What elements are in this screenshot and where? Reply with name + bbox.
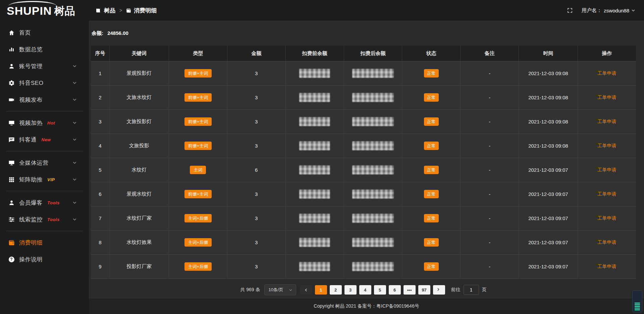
goto-page: 前往 页 (451, 285, 487, 295)
sidebar-item-label: 全媒体运营 (19, 159, 49, 167)
cell-balance-before (285, 134, 344, 158)
sidebar: SHUPIN 树品 首页数据总览账号管理抖音SEO视频发布视频加热Hot抖客通N… (0, 0, 89, 314)
cell-amount: 3 (227, 255, 285, 279)
status-badge: 正常 (424, 166, 439, 174)
brand-logo[interactable]: SHUPIN 树品 (0, 0, 89, 21)
cell-amount: 3 (227, 110, 285, 134)
sidebar-item-抖音SEO[interactable]: 抖音SEO (0, 74, 89, 91)
sidebar-item-操作说明[interactable]: ?操作说明 (0, 251, 89, 268)
sidebar-item-label: 操作说明 (19, 256, 43, 263)
video-camera-icon (8, 96, 15, 103)
user-menu[interactable]: 用户名： zswodun88 (582, 7, 635, 14)
column-header: 时间 (519, 46, 578, 61)
more-pages-button[interactable]: ••• (404, 285, 416, 295)
cell-keyword: 景观投影灯 (109, 61, 169, 86)
work-order-link[interactable]: 工单申请 (597, 264, 616, 269)
table-row: 8水纹灯效果主词+后缀3正常-2021-12-03 09:07工单申请 (91, 230, 636, 255)
censored-value (299, 93, 330, 102)
sidebar-item-抖客通[interactable]: 抖客通New (0, 131, 89, 148)
sidebar-item-矩阵助推[interactable]: 矩阵助推VIP (0, 171, 89, 188)
censored-value (352, 190, 394, 199)
user-icon (8, 63, 15, 69)
table-row: 7水纹灯厂家主词+后缀3正常-2021-12-03 09:07工单申请 (91, 206, 636, 230)
page-size-select[interactable]: 10条/页 (264, 284, 296, 295)
cell-action: 工单申请 (578, 110, 636, 134)
column-header: 序号 (91, 46, 109, 61)
page-button-4[interactable]: 4 (359, 285, 371, 295)
work-order-link[interactable]: 工单申请 (597, 215, 616, 221)
chevron-down-icon (72, 138, 77, 142)
sidebar-item-badge: Tools (47, 217, 60, 222)
cell-status: 正常 (402, 134, 461, 158)
work-order-link[interactable]: 工单申请 (597, 70, 616, 76)
page-button-97[interactable]: 97 (418, 285, 430, 295)
cell-balance-after (344, 134, 402, 158)
work-order-link[interactable]: 工单申请 (597, 167, 616, 172)
work-order-link[interactable]: 工单申请 (597, 240, 616, 245)
breadcrumb-item-home[interactable]: 树品 (96, 7, 115, 14)
column-header: 类型 (169, 46, 227, 61)
cell-time: 2021-12-03 09:08 (519, 86, 578, 110)
panel-icon (96, 8, 101, 13)
sidebar-divider (6, 151, 83, 151)
sidebar-item-数据总览[interactable]: 数据总览 (0, 41, 89, 58)
sidebar-item-全媒体运营[interactable]: 全媒体运营 (0, 154, 89, 171)
cell-amount: 6 (227, 158, 285, 182)
cell-time: 2021-12-03 09:08 (519, 61, 578, 86)
cell-keyword: 水纹灯效果 (109, 230, 169, 255)
work-order-link[interactable]: 工单申请 (597, 119, 616, 124)
work-order-link[interactable]: 工单申请 (597, 143, 616, 148)
sidebar-item-视频加热[interactable]: 视频加热Hot (0, 114, 89, 131)
cell-balance-after (344, 182, 402, 206)
sidebar-item-视频发布[interactable]: 视频发布 (0, 91, 89, 108)
cell-time: 2021-12-03 09:07 (519, 158, 578, 182)
type-badge: 主词+后缀 (184, 214, 212, 222)
cell-status: 正常 (402, 158, 461, 182)
chevron-down-icon (72, 177, 77, 182)
cell-time: 2021-12-03 09:07 (519, 182, 578, 206)
breadcrumb-item-current[interactable]: 消费明细 (126, 7, 157, 14)
page-button-6[interactable]: 6 (389, 285, 401, 295)
cell-remark: - (461, 158, 519, 182)
wallet-icon (126, 8, 131, 13)
column-header: 关键词 (109, 46, 169, 61)
censored-value (352, 214, 394, 223)
cell-type: 前缀+主词 (169, 110, 227, 134)
chevron-down-icon (72, 64, 77, 68)
cell-balance-after (344, 158, 402, 182)
column-header: 备注 (461, 46, 519, 61)
work-order-link[interactable]: 工单申请 (597, 191, 616, 197)
sidebar-item-账号管理[interactable]: 账号管理 (0, 58, 89, 74)
sidebar-item-会员爆客[interactable]: 会员爆客Tools (0, 194, 89, 211)
cell-time: 2021-12-03 09:07 (519, 230, 578, 255)
cell-status: 正常 (402, 206, 461, 230)
cell-status: 正常 (402, 110, 461, 134)
work-order-link[interactable]: 工单申请 (597, 95, 616, 100)
cell-balance-before (285, 158, 344, 182)
sidebar-item-label: 抖音SEO (19, 79, 43, 87)
breadcrumb-separator: > (119, 8, 122, 13)
cell-keyword: 投影灯厂家 (109, 255, 169, 279)
page-button-1[interactable]: 1 (315, 285, 327, 295)
sidebar-item-消费明细[interactable]: 消费明细 (0, 234, 89, 251)
fullscreen-icon[interactable] (567, 7, 573, 13)
column-header: 状态 (402, 46, 461, 61)
floating-widget[interactable] (632, 291, 642, 312)
page-button-5[interactable]: 5 (374, 285, 386, 295)
breadcrumb: 树品 > 消费明细 (89, 7, 157, 14)
censored-value (299, 69, 330, 78)
censored-value (299, 214, 330, 223)
goto-page-input[interactable] (464, 285, 479, 295)
page-button-3[interactable]: 3 (344, 285, 357, 295)
sidebar-item-label: 消费明细 (19, 239, 43, 247)
next-page-button[interactable] (433, 285, 445, 295)
page-button-2[interactable]: 2 (330, 285, 342, 295)
prev-page-button[interactable] (300, 285, 312, 295)
sidebar-item-线索监控[interactable]: 线索监控Tools (0, 211, 89, 228)
chevron-down-icon (72, 201, 77, 205)
cell-amount: 3 (227, 182, 285, 206)
chevron-down-icon (72, 121, 77, 125)
cell-remark: - (461, 110, 519, 134)
sidebar-item-首页[interactable]: 首页 (0, 24, 89, 41)
cell-type: 主词 (169, 158, 227, 182)
